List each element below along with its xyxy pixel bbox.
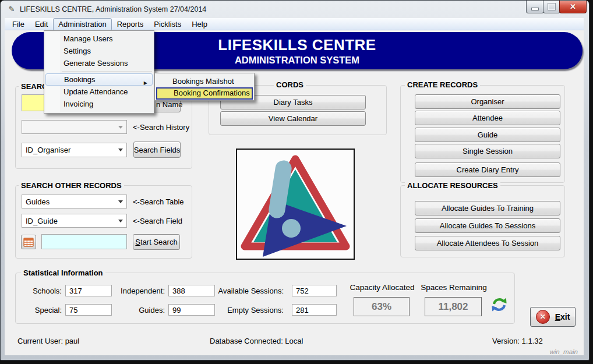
version-status: Version: 1.1.32 [492,337,543,345]
menu-picklists[interactable]: Picklists [149,18,186,30]
spaces-remaining-value: 11,802 [425,297,482,316]
minimize-button[interactable] [526,1,544,13]
date-picker-button[interactable] [21,235,36,249]
schools-label: Schools: [17,285,62,297]
menu-administration[interactable]: Administration [53,18,111,31]
logo-image [236,149,355,260]
menu-edit[interactable]: Edit [30,18,53,30]
create-single-session-button[interactable]: Single Session [415,144,560,158]
titlebar: ✎ LIFESKILLS CENTRE, Administration Syst… [1,1,588,18]
maximize-button[interactable] [543,1,560,13]
search-table-label: <-Search Table [133,197,184,206]
independent-label: Independent: [104,285,165,297]
menu-separator [62,71,152,72]
view-calendar-button[interactable]: View Calendar [220,111,366,126]
search-fields-button[interactable]: Search Fields [133,142,181,158]
empty-sessions-label: Empty Sessions: [214,305,284,316]
create-attendee-button[interactable]: Attendee [415,111,560,125]
special-label: Special: [17,305,62,316]
search-history-select[interactable] [22,120,127,134]
search-field-select[interactable]: ID_Guide [22,214,127,228]
menu-file[interactable]: File [7,18,30,30]
organiser-field-select[interactable]: ID_Organiser [22,143,127,157]
administration-menu: Manage Users Settings Generate Sessions … [44,30,154,114]
available-sessions-value: 752 [292,285,337,296]
dropdown-arrow-icon [118,149,123,154]
allocate-resources-heading: ALLOCATE RESOURCES [405,181,500,190]
exit-button[interactable]: ✕ Exit [530,307,576,327]
current-user-status: Current User: paul [17,337,79,345]
close-icon: ✕ [570,1,576,13]
menu-item-settings[interactable]: Settings [44,45,154,57]
bookings-submenu: Bookings Mailshot Booking Confirmations [154,73,255,101]
menu-reports[interactable]: Reports [112,18,149,30]
create-organiser-button[interactable]: Organiser [415,94,560,109]
minimize-icon [532,8,538,10]
app-icon: ✎ [7,5,16,14]
records-heading: CORDS [274,80,306,89]
search-value-input[interactable] [41,234,127,249]
capacity-allocated-value: 63% [354,297,410,316]
statistics-heading: Statistical Information [21,268,105,277]
available-sessions-label: Available Sessions: [214,285,284,297]
menu-item-update-attendance[interactable]: Update Attendance [44,86,154,98]
refresh-button[interactable] [491,296,507,313]
guides-value: 99 [168,304,215,316]
spaces-remaining-label: Spaces Remaining [419,283,488,292]
menubar: File Edit Administration Reports Picklis… [5,18,584,30]
close-button[interactable]: ✕ [559,1,587,13]
refresh-icon [491,296,507,313]
database-status: Database Connected: Local [210,337,303,345]
maximize-icon [548,3,555,10]
start-search-button[interactable]: Start Search [133,234,180,250]
search-field-label: <-Search Field [133,217,182,225]
allocate-guides-sessions-button[interactable]: Allocate Guides To Sessions [415,218,560,233]
dropdown-arrow-icon [118,126,123,131]
form-name-label: win_main [520,348,578,355]
window-title: LIFESKILLS CENTRE, Administration System… [20,5,206,13]
submenu-item-bookings-mailshot[interactable]: Bookings Mailshot [155,75,254,87]
menu-item-bookings[interactable]: Bookings ▶ [45,73,153,86]
allocate-attendees-session-button[interactable]: Allocate Attendees To Session [415,236,560,250]
independent-value: 388 [168,285,215,296]
search-history-label: <-Search History [133,123,189,132]
allocate-guides-training-button[interactable]: Allocate Guides To Training [415,201,560,215]
create-diary-entry-button[interactable]: Create Diary Entry [415,162,560,177]
menu-item-generate-sessions[interactable]: Generate Sessions [44,57,154,69]
search-other-heading: SEARCH OTHER RECORDS [19,181,124,190]
calendar-icon [23,238,34,247]
create-records-heading: CREATE RECORDS [405,80,480,89]
exit-icon: ✕ [536,310,550,324]
menu-help[interactable]: Help [186,18,213,30]
menu-item-manage-users[interactable]: Manage Users [44,33,154,45]
menu-item-invoicing[interactable]: Invoicing [44,98,154,110]
capacity-allocated-label: Capacity Allocated [348,283,416,292]
empty-sessions-value: 281 [292,304,337,316]
dropdown-arrow-icon [118,220,123,225]
dropdown-arrow-icon [118,200,123,206]
search-table-select[interactable]: Guides [22,195,127,208]
guides-label: Guides: [104,305,165,316]
create-guide-button[interactable]: Guide [415,128,560,142]
submenu-item-booking-confirmations[interactable]: Booking Confirmations [156,87,253,100]
